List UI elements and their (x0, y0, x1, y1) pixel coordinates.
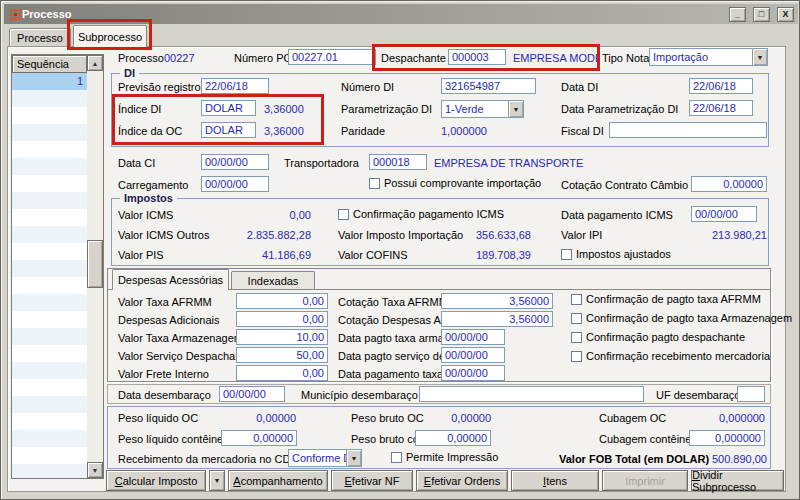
confirmacao-icms-label: Confirmação pagamento ICMS (353, 208, 504, 220)
municipio-desembaraco-input[interactable] (419, 386, 644, 402)
despachante-label: Despachante (381, 52, 446, 64)
checkbox-icon (571, 294, 582, 305)
cubagem-conteiner-label: Cubagem contêiner (599, 433, 695, 445)
scrollbar-thumb[interactable] (87, 240, 103, 288)
valor-icms-value: 0,00 (201, 209, 311, 221)
valor-frete-interno-label: Valor Frete Interno (118, 368, 209, 380)
carregamento-label: Carregamento (118, 179, 188, 191)
despesas-adicionais-input[interactable]: 0,00 (236, 311, 328, 327)
cubagem-conteiner-input[interactable]: 0,000000 (689, 430, 765, 446)
carregamento-input[interactable]: 00/00/00 (201, 176, 269, 192)
maximize-button[interactable]: □ (753, 7, 770, 22)
numero-di-input[interactable]: 321654987 (441, 78, 536, 94)
fiscal-di-input[interactable] (609, 122, 767, 138)
data-pagamento-icms-label: Data pagamento ICMS (561, 209, 673, 221)
possui-comprovante-checkbox[interactable]: Possui comprovante importação (369, 177, 541, 189)
efetivar-ordens-button[interactable]: Efetivar Ordens (416, 470, 508, 491)
despesas-adicionais-label: Despesas Adicionais (118, 314, 220, 326)
calcular-imposto-button[interactable]: Calcular Imposto (106, 470, 206, 491)
sequence-list[interactable]: 1 (12, 73, 87, 478)
data-pagamento-icms-input[interactable]: 00/00/00 (691, 206, 757, 222)
di-group-title: DI (120, 67, 139, 79)
checkbox-icon (571, 313, 582, 324)
uf-desembaraco-input[interactable] (737, 386, 765, 402)
tab-indexadas[interactable]: Indexadas (231, 271, 315, 289)
itens-button[interactable]: Itens (511, 470, 599, 491)
valor-pis-value: 41.186,69 (201, 249, 311, 261)
tipo-nota-value: Importação (653, 51, 708, 63)
numero-di-label: Número DI (341, 81, 394, 93)
recebimento-cd-select[interactable]: Conforme DI (288, 449, 362, 467)
previsao-registro-label: Previsão registro (118, 81, 201, 93)
data-desembaraco-input[interactable]: 00/00/00 (219, 386, 285, 402)
acompanhamento-button[interactable]: Acompanhamento (228, 470, 328, 491)
tab-processo[interactable]: Processo (9, 28, 71, 46)
footer-button-bar: Calcular Imposto Acompanhamento Efetivar… (106, 470, 784, 491)
tipo-nota-select[interactable]: Importação (649, 48, 768, 66)
despachante-input[interactable]: 000003 (448, 49, 506, 65)
municipio-desembaraco-label: Município desembaraço (301, 389, 418, 401)
permite-impressao-checkbox[interactable]: Permite Impressão (391, 451, 498, 463)
conf-pagto-armazenagem-checkbox[interactable]: Confirmação de pagto taxa Armazenagem (571, 312, 792, 324)
sequence-row-selected[interactable]: 1 (12, 73, 87, 90)
close-button[interactable]: X (777, 7, 794, 22)
indice-oc-input[interactable]: DOLAR (201, 122, 256, 138)
indice-di-rate: 3,36000 (264, 103, 304, 115)
app-icon (10, 9, 13, 12)
tab-despesas-acessorias[interactable]: Despesas Acessórias (112, 269, 229, 290)
data-pagto-despachante-input[interactable]: 00/00/00 (441, 347, 505, 363)
valor-servico-despachante-input[interactable]: 50,00 (236, 347, 328, 363)
chevron-down-icon[interactable] (346, 450, 361, 466)
fiscal-di-label: Fiscal DI (561, 125, 604, 137)
cotacao-despesas-adicionais-input[interactable]: 3,56000 (441, 311, 553, 327)
cubagem-oc-label: Cubagem OC (599, 412, 666, 424)
calcular-imposto-dropdown-button[interactable] (209, 470, 225, 491)
dividir-subprocesso-button[interactable]: Dividir Subprocesso (691, 470, 784, 491)
indice-di-input[interactable]: DOLAR (201, 100, 256, 116)
peso-bruto-conteiner-input[interactable]: 0,00000 (415, 430, 491, 446)
numero-po-input[interactable]: 00227.01 (288, 49, 376, 65)
sequence-scrollbar[interactable] (87, 55, 103, 478)
confirmacao-icms-checkbox[interactable]: Confirmação pagamento ICMS (338, 208, 504, 220)
paridade-value: 1,000000 (441, 125, 487, 137)
valor-taxa-armazenagem-input[interactable]: 10,00 (236, 329, 328, 345)
transportadora-name: EMPRESA DE TRANSPORTE (434, 157, 583, 169)
data-ci-input[interactable]: 00/00/00 (201, 154, 269, 170)
cotacao-cambio-input[interactable]: 0,00000 (691, 176, 767, 192)
data-di-input[interactable]: 22/06/18 (689, 78, 753, 94)
cotacao-taxa-afrmm-input[interactable]: 3,56000 (441, 293, 553, 309)
conf-pagto-despachante-label: Confirmação pagto despachante (586, 331, 745, 343)
conf-recebimento-checkbox[interactable]: Confirmação recebimento mercadoria (571, 350, 770, 362)
sequence-column-header[interactable]: Sequência (12, 55, 87, 73)
parametrizacao-di-label: Parametrização DI (341, 103, 432, 115)
parametrizacao-di-select[interactable]: 1-Verde (441, 100, 524, 118)
valor-taxa-afrmm-label: Valor Taxa AFRMM (118, 296, 212, 308)
minimize-button[interactable]: _ (729, 7, 746, 22)
transportadora-input[interactable]: 000018 (369, 154, 427, 170)
valor-taxa-afrmm-input[interactable]: 0,00 (236, 293, 328, 309)
valor-frete-interno-input[interactable]: 0,00 (236, 365, 328, 381)
conf-pagto-afrmm-checkbox[interactable]: Confirmação de pagto taxa AFRMM (571, 293, 761, 305)
peso-liquido-conteiner-input[interactable]: 0,00000 (221, 430, 297, 446)
valor-icms-label: Valor ICMS (118, 209, 173, 221)
scroll-down-icon[interactable] (87, 462, 103, 478)
efetivar-nf-button[interactable]: Efetivar NF (331, 470, 413, 491)
scroll-up-icon[interactable] (87, 55, 103, 71)
possui-comprovante-label: Possui comprovante importação (384, 177, 541, 189)
checkbox-icon (571, 351, 582, 362)
data-parametrizacao-input[interactable]: 22/06/18 (689, 100, 753, 116)
conf-pagto-despachante-checkbox[interactable]: Confirmação pagto despachante (571, 331, 745, 343)
valor-cofins-value: 189.708,39 (421, 249, 531, 261)
chevron-down-icon[interactable] (508, 101, 523, 117)
indice-di-label: Índice DI (118, 103, 161, 115)
tab-despesas-acessorias-label: Despesas Acessórias (118, 274, 223, 286)
recebimento-cd-value: Conforme DI (292, 452, 354, 464)
chevron-down-icon[interactable] (752, 49, 767, 65)
indice-oc-rate: 3,36000 (264, 125, 304, 137)
impostos-ajustados-checkbox[interactable]: Impostos ajustados (561, 248, 671, 260)
previsao-registro-input[interactable]: 22/06/18 (201, 78, 269, 94)
data-pagto-armazenagem-input[interactable]: 00/00/00 (441, 329, 505, 345)
conf-pagto-afrmm-label: Confirmação de pagto taxa AFRMM (586, 293, 761, 305)
tab-subprocesso[interactable]: Subprocesso (73, 25, 147, 47)
data-pagamento-afrmm-input[interactable]: 00/00/00 (441, 365, 505, 381)
